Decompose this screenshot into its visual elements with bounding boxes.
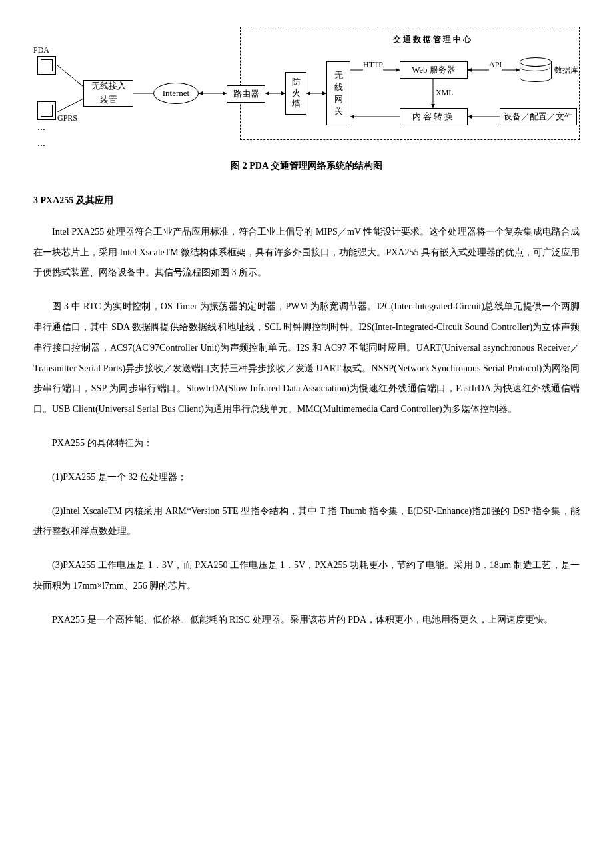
wireless-gateway-box: 无 线 网 关	[326, 61, 350, 125]
http-label: HTTP	[363, 59, 383, 71]
body-paragraph: (3)PXA255 工作电压是 1．3V，而 PXA250 工作电压是 1．5V…	[33, 555, 580, 597]
pda-label: PDA	[33, 44, 49, 57]
ellipsis-label: …	[37, 121, 47, 134]
internet-ellipse: Internet	[153, 83, 199, 104]
body-paragraph: PXA255 是一个高性能、低价格、低能耗的 RISC 处理器。采用该芯片的 P…	[33, 610, 580, 631]
database-icon	[520, 57, 550, 83]
body-paragraph: (2)Intel XscaleTM 内核采用 ARM*Version 5TE 型…	[33, 501, 580, 543]
content-convert-box: 内容转换	[400, 108, 468, 125]
network-diagram: PDA … GPRS … 无线接入 装置 Internet 路由器 防 火 墙 …	[33, 27, 580, 153]
section-heading: 3 PXA255 及其应用	[33, 193, 580, 208]
router-box: 路由器	[227, 85, 265, 103]
web-server-box: Web 服务器	[400, 61, 468, 79]
svg-line-1	[57, 99, 83, 112]
wireless-access-box: 无线接入 装置	[83, 80, 133, 107]
pda-device-icon	[37, 101, 56, 120]
data-center-title: 交通数据管理中心	[393, 33, 473, 46]
pda-device-icon	[37, 56, 56, 75]
body-paragraph: 图 3 中 RTC 为实时控制，OS Timer 为振荡器的定时器，PWM 为脉…	[33, 297, 580, 420]
figure-caption: 图 2 PDA 交通管理网络系统的结构图	[33, 159, 580, 173]
device-config-box: 设备／配置／文件	[500, 108, 577, 125]
ellipsis-label: …	[37, 137, 47, 150]
xml-label: XML	[436, 87, 454, 99]
gprs-label: GPRS	[57, 112, 77, 125]
body-paragraph: PXA255 的具体特征为：	[33, 433, 580, 454]
svg-line-0	[57, 65, 83, 87]
diagram-figure: PDA … GPRS … 无线接入 装置 Internet 路由器 防 火 墙 …	[33, 27, 580, 173]
firewall-box: 防 火 墙	[285, 72, 306, 115]
body-paragraph: (1)PXA255 是一个 32 位处理器；	[33, 467, 580, 488]
body-paragraph: Intel PXA255 处理器符合工业产品应用标准，符合工业上倡导的 MIPS…	[33, 222, 580, 283]
database-label: 数据库	[554, 64, 578, 77]
api-label: API	[489, 59, 502, 71]
